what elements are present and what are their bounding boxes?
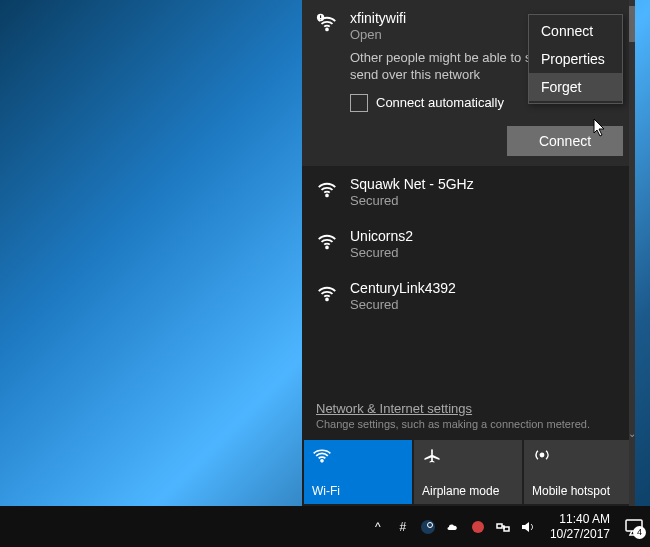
network-status: Secured — [350, 297, 623, 312]
airplane-mode-tile[interactable]: Airplane mode — [414, 440, 522, 504]
wifi-secured-icon — [316, 230, 338, 252]
tray-volume-icon[interactable] — [520, 519, 536, 535]
taskbar: ^ # 11:40 AM 10/27/2017 4 — [0, 506, 650, 547]
tile-label: Mobile hotspot — [532, 484, 624, 498]
quick-action-tiles: Wi-Fi Airplane mode Mobile hotspot — [302, 440, 635, 506]
network-settings-desc: Change settings, such as making a connec… — [302, 418, 635, 440]
network-name: Unicorns2 — [350, 228, 623, 244]
connect-button[interactable]: Connect — [507, 126, 623, 156]
network-item[interactable]: CenturyLink4392 Secured — [302, 270, 635, 322]
svg-rect-10 — [497, 524, 502, 528]
wifi-secured-icon — [316, 178, 338, 200]
network-settings-link[interactable]: Network & Internet settings — [302, 397, 635, 418]
clock-time: 11:40 AM — [550, 512, 610, 526]
wifi-open-icon — [316, 12, 338, 34]
network-name: Squawk Net - 5GHz — [350, 176, 623, 192]
network-status: Secured — [350, 193, 623, 208]
wifi-secured-icon — [316, 282, 338, 304]
tile-label: Wi-Fi — [312, 484, 404, 498]
tray-network-icon[interactable] — [495, 519, 511, 535]
context-menu-forget[interactable]: Forget — [529, 73, 622, 101]
auto-connect-checkbox[interactable] — [350, 94, 368, 112]
svg-point-5 — [321, 460, 323, 462]
svg-point-0 — [326, 29, 328, 31]
context-menu-properties[interactable]: Properties — [529, 45, 622, 73]
wifi-tile[interactable]: Wi-Fi — [304, 440, 412, 504]
svg-point-3 — [326, 246, 328, 248]
svg-point-4 — [326, 298, 328, 300]
tray-app-icon[interactable]: # — [395, 519, 411, 535]
tray-app2-icon[interactable] — [470, 519, 486, 535]
network-status: Secured — [350, 245, 623, 260]
tile-label: Airplane mode — [422, 484, 514, 498]
clock-date: 10/27/2017 — [550, 527, 610, 541]
tray-overflow-icon[interactable]: ^ — [370, 519, 386, 535]
scroll-down-arrow[interactable]: ⌄ — [628, 428, 636, 436]
network-flyout: xfinitywifi Open Other people might be a… — [302, 0, 635, 506]
network-name: CenturyLink4392 — [350, 280, 623, 296]
network-item[interactable]: Squawk Net - 5GHz Secured — [302, 166, 635, 218]
tray-steam-icon[interactable] — [420, 519, 436, 535]
svg-point-6 — [540, 453, 543, 456]
hotspot-icon — [532, 446, 552, 464]
context-menu: Connect Properties Forget — [528, 14, 623, 104]
airplane-icon — [422, 446, 442, 464]
context-menu-connect[interactable]: Connect — [529, 17, 622, 45]
svg-point-9 — [472, 521, 484, 533]
notification-badge: 4 — [633, 526, 646, 539]
action-center-icon[interactable]: 4 — [624, 517, 644, 537]
taskbar-clock[interactable]: 11:40 AM 10/27/2017 — [544, 512, 616, 541]
wifi-icon — [312, 446, 332, 464]
scrollbar-thumb[interactable] — [629, 6, 635, 42]
auto-connect-label: Connect automatically — [376, 95, 504, 110]
mobile-hotspot-tile[interactable]: Mobile hotspot — [524, 440, 632, 504]
svg-point-2 — [326, 194, 328, 196]
system-tray: ^ # — [370, 519, 536, 535]
tray-cloud-icon[interactable] — [445, 519, 461, 535]
network-item[interactable]: Unicorns2 Secured — [302, 218, 635, 270]
